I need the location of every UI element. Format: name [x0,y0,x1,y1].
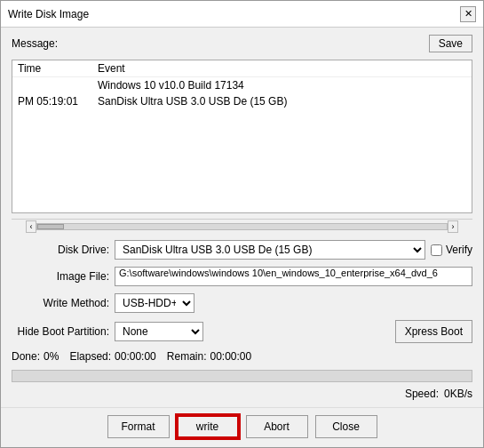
done-value: 0% [44,350,59,363]
log-time-2: PM 05:19:01 [12,93,92,109]
abort-button[interactable]: Abort [246,415,308,438]
remain-value: 00:00:00 [210,350,251,363]
log-time-1 [12,77,92,94]
hide-boot-select[interactable]: None [115,322,203,341]
write-disk-image-window: Write Disk Image ✕ Message: Save Time Ev… [0,0,484,448]
elapsed-value: 00:00:00 [115,350,156,363]
scrollbar-thumb[interactable] [37,224,64,229]
write-method-row: Write Method: USB-HDD+ [12,293,472,313]
verify-checkbox[interactable] [431,244,442,256]
hide-boot-row: Hide Boot Partition: None Xpress Boot [12,320,472,343]
log-row-2: PM 05:19:01 SanDisk Ultra USB 3.0 USB De… [12,93,472,109]
progress-row: Done: 0% Elapsed: 00:00:00 Remain: 00:00… [12,350,472,363]
log-table: Time Event Windows 10 v10.0 Build 17134 … [12,60,472,109]
hide-boot-label: Hide Boot Partition: [12,325,109,338]
log-row-1: Windows 10 v10.0 Build 17134 [12,77,472,94]
close-button[interactable]: Close [315,415,377,438]
speed-row: Speed: 0KB/s [12,388,472,400]
write-method-select[interactable]: USB-HDD+ [115,293,194,313]
log-event-1: Windows 10 v10.0 Build 17134 [92,77,472,94]
horizontal-scrollbar[interactable]: ‹ › [12,219,472,233]
scrollbar-track [36,223,448,230]
log-area: Time Event Windows 10 v10.0 Build 17134 … [12,60,472,213]
speed-label: Speed: [405,388,439,400]
done-label: Done: [12,350,40,363]
bottom-buttons: Format write Abort Close [1,407,483,447]
window-title: Write Disk Image [8,8,89,20]
close-window-button[interactable]: ✕ [460,6,476,22]
progress-bar [12,370,472,382]
message-label: Message: [12,37,58,50]
scroll-left-button[interactable]: ‹ [26,220,36,233]
xpress-boot-button[interactable]: Xpress Boot [395,320,472,343]
message-header: Message: Save [12,35,472,52]
remain-label: Remain: [167,350,207,363]
image-file-row: Image File: G:\software\windows\windows … [12,267,472,286]
log-col-time: Time [12,60,92,77]
elapsed-item: Elapsed: 00:00:00 [69,350,155,363]
speed-value: 0KB/s [444,388,472,400]
save-button[interactable]: Save [429,35,472,52]
remain-item: Remain: 00:00:00 [167,350,251,363]
disk-drive-select[interactable]: SanDisk Ultra USB 3.0 USB De (15 GB) [115,240,425,260]
main-content: Message: Save Time Event Windows 10 v10.… [1,28,483,407]
write-method-label: Write Method: [12,297,109,309]
disk-drive-label: Disk Drive: [12,244,109,256]
format-button[interactable]: Format [107,415,170,438]
image-file-label: Image File: [12,270,109,283]
verify-label: Verify [446,244,472,256]
disk-drive-row: Disk Drive: SanDisk Ultra USB 3.0 USB De… [12,240,472,260]
log-event-2: SanDisk Ultra USB 3.0 USB De (15 GB) [92,93,472,109]
image-file-input[interactable]: G:\software\windows\windows 10\en_window… [115,267,472,286]
done-item: Done: 0% [12,350,59,363]
title-bar: Write Disk Image ✕ [1,1,483,28]
scroll-right-button[interactable]: › [448,220,458,233]
elapsed-label: Elapsed: [69,350,111,363]
log-col-event: Event [92,60,472,77]
verify-row: Verify [431,244,472,256]
write-button[interactable]: write [177,415,239,438]
